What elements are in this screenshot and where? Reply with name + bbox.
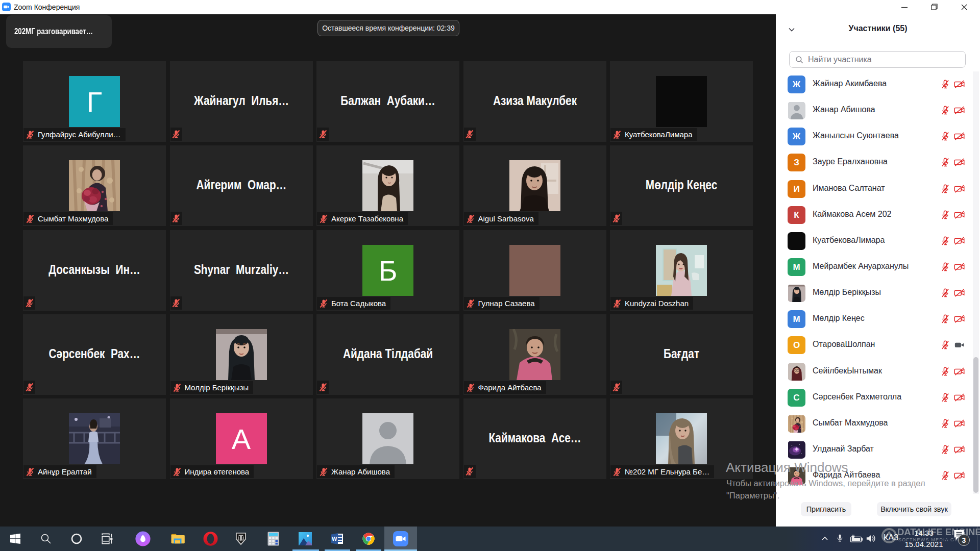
svg-text:W: W [332, 536, 337, 542]
